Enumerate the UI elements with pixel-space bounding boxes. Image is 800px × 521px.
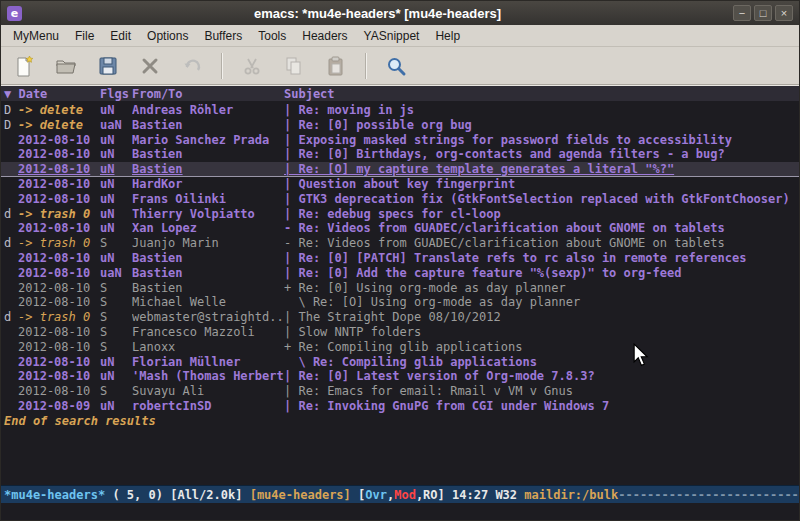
message-row[interactable]: 2012-08-09uNrobertcInSD| Re: Invoking Gn… <box>1 399 799 414</box>
column-headers[interactable]: ▼ Date Flgs From/To Subject <box>1 85 799 101</box>
message-row[interactable]: 2012-08-10SFrancesco Mazzoli| Slow NNTP … <box>1 325 799 340</box>
menu-item-options[interactable]: Options <box>139 26 196 46</box>
modeline-segment: ----------------------------------------… <box>618 488 799 502</box>
message-mark <box>4 384 18 399</box>
message-from: Bastien <box>132 118 284 133</box>
message-row[interactable]: d-> trash 0SJuanjo Marin- Re: Videos fro… <box>1 236 799 251</box>
message-flags: uN <box>100 103 132 118</box>
message-from: Mario Sanchez Prada <box>132 133 284 148</box>
save-icon <box>97 55 119 77</box>
message-subject: | Re: [0] Latest version of Org-mode 7.8… <box>284 369 799 384</box>
message-from: Bastien <box>132 251 284 266</box>
message-from: Michael Welle <box>132 295 284 310</box>
save-button[interactable] <box>93 51 123 81</box>
message-date: 2012-08-10 <box>18 192 100 207</box>
window-title: emacs: *mu4e-headers* [mu4e-headers] <box>28 6 727 21</box>
message-row[interactable]: D-> deleteuNAndreas Röhler| Re: moving i… <box>1 103 799 118</box>
close-icon <box>139 55 161 77</box>
message-mark <box>4 340 18 355</box>
message-date: 2012-08-10 <box>18 177 100 192</box>
minibuffer[interactable] <box>1 503 799 520</box>
message-subject: | The Straight Dope 08/10/2012 <box>284 310 799 325</box>
close-button[interactable]: × <box>775 5 793 21</box>
message-subject: | Re: [0] Birthdays, org-contacts and ag… <box>284 147 799 162</box>
menu-item-headers[interactable]: Headers <box>294 26 355 46</box>
titlebar[interactable]: e emacs: *mu4e-headers* [mu4e-headers] −… <box>1 1 799 25</box>
message-date: 2012-08-10 <box>18 340 100 355</box>
message-row[interactable]: 2012-08-10uNBastien| Re: [0] Birthdays, … <box>1 147 799 162</box>
message-row[interactable]: 2012-08-10uNBastien| Re: [0] [PATCH] Tra… <box>1 251 799 266</box>
message-row[interactable]: d-> trash 0Swebmaster@straightd...| The … <box>1 310 799 325</box>
message-date: 2012-08-10 <box>18 266 100 281</box>
message-date: -> trash 0 <box>18 236 100 251</box>
menu-item-tools[interactable]: Tools <box>250 26 294 46</box>
message-row-current[interactable]: 2012-08-10uNBastien| Re: [O] my capture … <box>1 162 799 177</box>
paste-button[interactable] <box>321 51 351 81</box>
toolbar-separator <box>221 53 223 79</box>
menu-item-edit[interactable]: Edit <box>102 26 139 46</box>
menu-item-buffers[interactable]: Buffers <box>196 26 250 46</box>
modeline[interactable]: *mu4e-headers* ( 5, 0) [All/2.0k] [mu4e-… <box>1 485 799 503</box>
message-from: Suvayu Ali <box>132 384 284 399</box>
message-row[interactable]: 2012-08-10uNHardKor| Question about key … <box>1 177 799 192</box>
close-button[interactable] <box>135 51 165 81</box>
search-button[interactable] <box>381 51 411 81</box>
message-row[interactable]: d-> trash 0uNThierry Volpiatto| Re: edeb… <box>1 207 799 222</box>
message-row[interactable]: 2012-08-10uNFrans Oilinki| GTK3 deprecat… <box>1 192 799 207</box>
message-from: Bastien <box>132 266 284 281</box>
message-subject: | Re: edebug specs for cl-loop <box>284 207 799 222</box>
message-mark <box>4 147 18 162</box>
message-row[interactable]: 2012-08-10SSuvayu Ali| Re: Emacs for ema… <box>1 384 799 399</box>
minimize-button[interactable]: − <box>733 5 751 21</box>
modeline-segment: ( 5, 0) <box>105 488 170 502</box>
menu-item-mymenu[interactable]: MyMenu <box>5 26 67 46</box>
message-row[interactable]: 2012-08-10uaNBastien| Re: [0] Add the ca… <box>1 266 799 281</box>
undo-button[interactable] <box>177 51 207 81</box>
modeline-segment: maildir:/bulk <box>524 488 618 502</box>
message-row[interactable]: 2012-08-10uN'Mash (Thomas Herbert)| Re: … <box>1 369 799 384</box>
menu-item-help[interactable]: Help <box>427 26 468 46</box>
column-header-from[interactable]: From/To <box>132 86 284 101</box>
modeline-segment: Ovr <box>365 488 387 502</box>
message-mark <box>4 192 18 207</box>
message-row[interactable]: 2012-08-10uNFlorian Müllner \ Re: Compil… <box>1 355 799 370</box>
message-subject: \ Re: Compiling glib applications <box>284 355 799 370</box>
new-file-button[interactable] <box>9 51 39 81</box>
message-mark <box>4 162 18 176</box>
message-row[interactable]: 2012-08-10uNXan Lopez- Re: Videos from G… <box>1 221 799 236</box>
message-mark <box>4 266 18 281</box>
message-flags: uN <box>100 177 132 192</box>
message-flags: uaN <box>100 266 132 281</box>
message-date: 2012-08-10 <box>18 281 100 296</box>
message-date: -> delete <box>18 118 100 133</box>
maximize-button[interactable]: □ <box>754 5 772 21</box>
copy-button[interactable] <box>279 51 309 81</box>
message-flags: uN <box>100 133 132 148</box>
message-from: Thierry Volpiatto <box>132 207 284 222</box>
message-row[interactable]: 2012-08-10SBastien+ Re: [0] Using org-mo… <box>1 281 799 296</box>
copy-icon <box>283 55 305 77</box>
window-controls: − □ × <box>733 5 793 21</box>
message-subject: | Re: Emacs for email: Rmail v VM v Gnus <box>284 384 799 399</box>
message-subject: + Re: Compiling glib applications <box>284 340 799 355</box>
message-row[interactable]: 2012-08-10SLanoxx+ Re: Compiling glib ap… <box>1 340 799 355</box>
message-from: Bastien <box>132 147 284 162</box>
cut-button[interactable] <box>237 51 267 81</box>
message-row[interactable]: 2012-08-10uNMario Sanchez Prada| Exposin… <box>1 133 799 148</box>
message-from: Lanoxx <box>132 340 284 355</box>
message-row[interactable]: 2012-08-10SMichael Welle \ Re: [O] Using… <box>1 295 799 310</box>
open-file-button[interactable] <box>51 51 81 81</box>
search-icon <box>385 55 407 77</box>
emacs-app-icon: e <box>7 6 22 21</box>
headers-buffer: D-> deleteuNAndreas Röhler| Re: moving i… <box>1 101 799 485</box>
message-flags: uN <box>100 147 132 162</box>
menu-item-file[interactable]: File <box>67 26 102 46</box>
menu-item-yasnippet[interactable]: YASnippet <box>356 26 428 46</box>
column-header-subject[interactable]: Subject <box>284 86 799 101</box>
message-date: 2012-08-10 <box>18 384 100 399</box>
message-flags: uN <box>100 399 132 414</box>
message-row[interactable]: D-> deleteuaNBastien| Re: [0] possible o… <box>1 118 799 133</box>
column-header-date[interactable]: ▼ Date <box>4 86 100 101</box>
column-header-flags[interactable]: Flgs <box>100 86 132 101</box>
message-subject: | Re: [0] [PATCH] Translate refs to rc a… <box>284 251 799 266</box>
